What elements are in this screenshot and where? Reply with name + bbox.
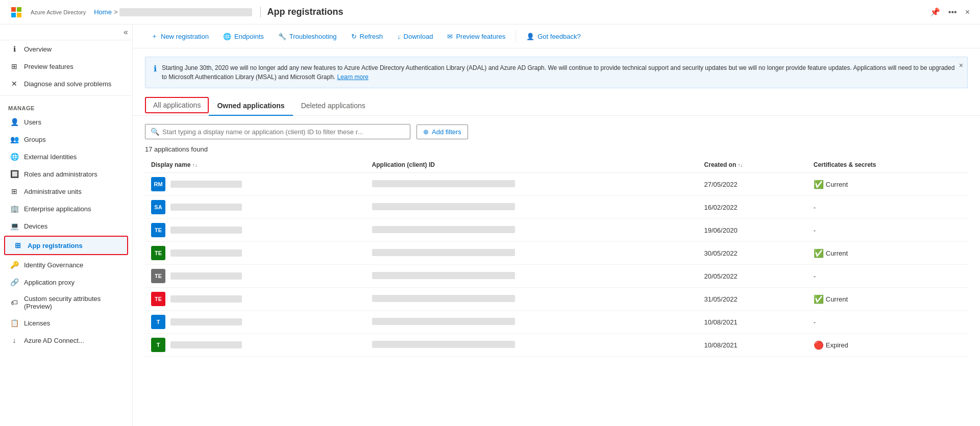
- feedback-btn[interactable]: 👤 Got feedback?: [520, 30, 587, 43]
- devices-icon: 💻: [10, 221, 19, 231]
- cell-cert-status: ✅ Current: [807, 288, 968, 311]
- alert-banner: ℹ Starting June 30th, 2020 we will no lo…: [145, 57, 968, 88]
- alert-close-btn[interactable]: ×: [959, 61, 963, 69]
- learn-more-link[interactable]: Learn more: [337, 73, 369, 81]
- sidebar-item-app-registrations[interactable]: ⊞ App registrations: [4, 236, 128, 255]
- tab-owned-applications[interactable]: Owned applications: [209, 96, 292, 116]
- table-row[interactable]: TE 20/05/2022-: [145, 265, 968, 288]
- status-badge-current: ✅ Current: [814, 180, 962, 189]
- preview-icon2: ✉: [447, 33, 453, 40]
- sidebar-item-diagnose[interactable]: ✕ Diagnose and solve problems: [0, 75, 132, 92]
- roles-icon: 🔲: [10, 169, 19, 179]
- new-registration-btn[interactable]: ＋ New registration: [145, 29, 215, 44]
- status-label-current: Current: [826, 249, 848, 257]
- sidebar-label-licenses: Licenses: [24, 319, 50, 327]
- table-row[interactable]: SA 16/02/2022-: [145, 196, 968, 219]
- check-icon: ✅: [814, 294, 824, 304]
- sidebar-label-diagnose: Diagnose and solve problems: [24, 80, 111, 88]
- sidebar-label-external: External Identities: [24, 153, 77, 161]
- cell-created-on: 10/08/2021: [698, 334, 807, 357]
- table-row[interactable]: T 10/08/2021 🔴 Expired: [145, 334, 968, 357]
- breadcrumb-blurred: [119, 8, 252, 16]
- app-name-blurred: [170, 318, 242, 325]
- pin-icon[interactable]: 📌: [928, 5, 942, 19]
- cell-cert-status: ✅ Current: [807, 173, 968, 196]
- cell-created-on: 27/05/2022: [698, 173, 807, 196]
- check-icon: ✅: [814, 180, 824, 189]
- table-row[interactable]: RM 27/05/2022 ✅ Current: [145, 173, 968, 196]
- top-bar: Azure Active Directory Home > App regist…: [0, 0, 980, 24]
- table-row[interactable]: TE 31/05/2022 ✅ Current: [145, 288, 968, 311]
- cell-client-id: [366, 288, 698, 311]
- breadcrumb-sep: >: [114, 8, 118, 16]
- table-row[interactable]: TE 19/06/2020-: [145, 219, 968, 242]
- sidebar-item-roles[interactable]: 🔲 Roles and administrators: [0, 165, 132, 183]
- troubleshooting-btn[interactable]: 🔧 Troubleshooting: [272, 30, 343, 43]
- more-icon[interactable]: •••: [946, 6, 959, 19]
- cell-created-on: 30/05/2022: [698, 242, 807, 265]
- sidebar-label-devices: Devices: [24, 222, 47, 230]
- top-bar-actions: 📌 ••• ×: [928, 5, 972, 19]
- sort-icon[interactable]: ↑↓: [192, 162, 198, 168]
- client-id-blurred: [372, 272, 515, 279]
- users-icon: 👤: [10, 117, 19, 127]
- sidebar-item-devices[interactable]: 💻 Devices: [0, 217, 132, 235]
- status-badge-expired: 🔴 Expired: [814, 340, 962, 350]
- sidebar-item-more[interactable]: ↓ Azure AD Connect...: [0, 332, 132, 349]
- table-row[interactable]: T 10/08/2021-: [145, 311, 968, 334]
- results-count: 17 applications found: [133, 143, 980, 157]
- azure-ad-label: Azure Active Directory: [31, 9, 86, 15]
- search-area: 🔍 ⊕ Add filters: [133, 116, 980, 143]
- sidebar-item-admin-units[interactable]: ⊞ Administrative units: [0, 183, 132, 200]
- sidebar-item-app-proxy[interactable]: 🔗 Application proxy: [0, 273, 132, 291]
- app-name-blurred: [170, 249, 242, 257]
- col-display-name[interactable]: Display name ↑↓: [145, 157, 366, 173]
- sidebar-item-licenses[interactable]: 📋 Licenses: [0, 314, 132, 332]
- cell-client-id: [366, 219, 698, 242]
- app-avatar: RM: [151, 177, 165, 191]
- check-icon: ✅: [814, 248, 824, 258]
- status-none: -: [814, 318, 816, 326]
- download-btn[interactable]: ↓ Download: [391, 30, 439, 43]
- sidebar-item-external[interactable]: 🌐 External Identities: [0, 148, 132, 165]
- refresh-btn[interactable]: ↻ Refresh: [345, 30, 389, 43]
- cell-display-name: RM: [145, 173, 366, 196]
- add-filters-btn[interactable]: ⊕ Add filters: [416, 124, 468, 139]
- enterprise-icon: 🏢: [10, 204, 19, 213]
- download-icon: ↓: [397, 33, 401, 40]
- endpoints-label: Endpoints: [234, 33, 264, 40]
- search-input[interactable]: [162, 128, 405, 136]
- table-wrap: Display name ↑↓ Application (client) ID …: [133, 157, 980, 426]
- sidebar-item-users[interactable]: 👤 Users: [0, 113, 132, 131]
- troubleshoot-label: Troubleshooting: [289, 33, 337, 40]
- tab-all-applications[interactable]: All applications: [145, 97, 209, 113]
- cell-created-on: 31/05/2022: [698, 288, 807, 311]
- breadcrumb-home[interactable]: Home: [94, 8, 112, 16]
- sidebar-item-identity-gov[interactable]: 🔑 Identity Governance: [0, 256, 132, 273]
- sidebar-item-groups[interactable]: 👥 Groups: [0, 131, 132, 148]
- cell-display-name: SA: [145, 196, 366, 219]
- preview-features-btn[interactable]: ✉ Preview features: [441, 30, 511, 43]
- sidebar-collapse-btn[interactable]: «: [124, 28, 128, 37]
- manage-label: Manage: [0, 99, 132, 113]
- sidebar-item-preview[interactable]: ⊞ Preview features: [0, 58, 132, 75]
- close-icon[interactable]: ×: [963, 6, 972, 19]
- table-row[interactable]: TE 30/05/2022 ✅ Current: [145, 242, 968, 265]
- sidebar-item-enterprise[interactable]: 🏢 Enterprise applications: [0, 200, 132, 217]
- sort-icon-created[interactable]: ↑↓: [738, 162, 743, 168]
- tab-deleted-applications[interactable]: Deleted applications: [293, 96, 374, 116]
- sidebar-item-custom-security[interactable]: 🏷 Custom security attributes (Preview): [0, 291, 132, 314]
- col-client-id[interactable]: Application (client) ID: [366, 157, 698, 173]
- app-name-blurred: [170, 204, 242, 211]
- info-icon: ℹ: [154, 64, 157, 73]
- breadcrumb: Home >: [94, 8, 252, 16]
- endpoints-btn[interactable]: 🌐 Endpoints: [217, 30, 270, 43]
- preview-icon: ⊞: [10, 62, 19, 71]
- feedback-icon: 👤: [526, 33, 534, 40]
- col-created-on[interactable]: Created on ↑↓: [698, 157, 807, 173]
- sidebar-label-overview: Overview: [24, 45, 52, 53]
- preview-features-label: Preview features: [456, 33, 505, 40]
- app-avatar: T: [151, 338, 165, 352]
- sidebar-item-overview[interactable]: ℹ Overview: [0, 40, 132, 58]
- tabs: All applications Owned applications Dele…: [133, 96, 980, 116]
